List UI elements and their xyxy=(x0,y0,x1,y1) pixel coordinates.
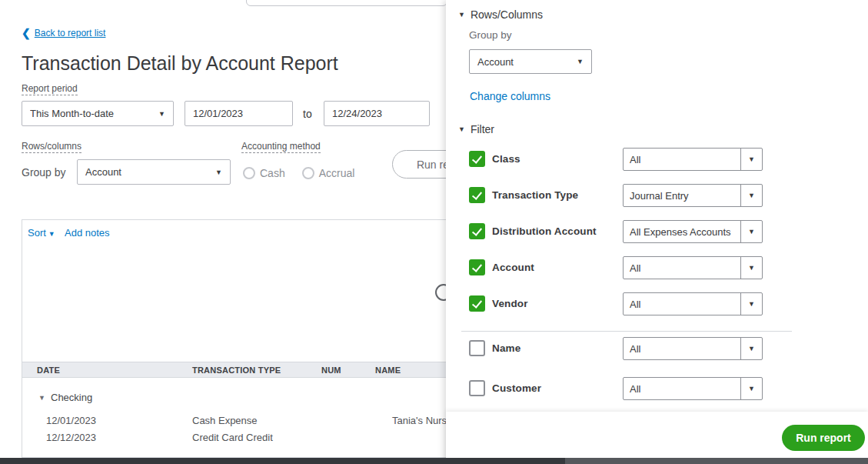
date-from-field[interactable]: 12/01/2023 xyxy=(185,101,293,126)
filter-row: Transaction Type Journal Entry ▼ xyxy=(446,184,868,207)
caret-down-icon[interactable]: ▼ xyxy=(740,185,762,206)
filter-checkbox[interactable] xyxy=(469,380,485,396)
panel-group-by-dropdown[interactable]: Account ▼ xyxy=(469,49,592,74)
sort-label: Sort xyxy=(28,227,46,239)
filter-row: Name All ▼ xyxy=(446,337,868,360)
filter-label: Vendor xyxy=(492,298,528,309)
caret-down-icon[interactable]: ▼ xyxy=(740,257,762,279)
filter-checkbox[interactable] xyxy=(469,151,485,167)
customize-report-panel: ▼ Rows/Columns Group by Account ▼ Change… xyxy=(446,0,868,464)
filter-checkbox[interactable] xyxy=(469,187,485,203)
caret-down-icon[interactable]: ▼ xyxy=(740,221,762,242)
caret-down-icon: ▼ xyxy=(215,169,222,176)
caret-down-icon: ▼ xyxy=(577,58,584,65)
group-by-label: Group by xyxy=(22,166,66,179)
filter-label: Transaction Type xyxy=(492,189,578,201)
filter-value-dropdown[interactable]: All ▼ xyxy=(623,148,763,171)
filter-label: Name xyxy=(492,342,520,354)
section-caret-icon: ▼ xyxy=(458,125,465,133)
column-header-transaction-type[interactable]: TRANSACTION TYPE xyxy=(192,366,281,375)
filter-checkbox[interactable] xyxy=(469,340,485,356)
filter-label: Class xyxy=(492,153,520,165)
filter-section-label: Filter xyxy=(471,123,494,135)
filter-value-dropdown[interactable]: All ▼ xyxy=(623,337,763,360)
filter-value: All xyxy=(624,378,740,399)
back-to-report-list-link[interactable]: ❮ Back to report list xyxy=(22,28,105,38)
collapse-caret-icon: ▼ xyxy=(38,394,45,402)
rows-columns-label: Rows/columns xyxy=(22,141,81,153)
caret-down-icon[interactable]: ▼ xyxy=(740,149,762,170)
cell-date: 12/01/2023 xyxy=(46,415,96,426)
filter-value: All xyxy=(624,149,740,170)
filter-checkbox[interactable] xyxy=(469,223,485,239)
filter-divider xyxy=(461,331,792,332)
rows-columns-section-label: Rows/Columns xyxy=(471,8,543,21)
filter-value: All xyxy=(624,257,740,279)
filter-row: Class All ▼ xyxy=(446,148,868,171)
accrual-label: Accrual xyxy=(319,167,355,179)
app-root: ❮ Back to report list Transaction Detail… xyxy=(0,0,868,464)
page-title: Transaction Detail by Account Report xyxy=(22,52,338,75)
back-chevron-icon: ❮ xyxy=(22,28,31,38)
cash-label: Cash xyxy=(260,167,285,179)
column-header-date[interactable]: DATE xyxy=(37,366,60,375)
filter-checkbox[interactable] xyxy=(469,259,485,275)
filter-value: All xyxy=(624,338,740,359)
accounting-method-label: Accounting method xyxy=(241,141,321,153)
to-label: to xyxy=(303,108,312,120)
horizontal-scrollbar[interactable] xyxy=(0,458,868,464)
back-link-label: Back to report list xyxy=(35,28,106,38)
filter-value-dropdown[interactable]: All ▼ xyxy=(623,377,763,400)
caret-down-icon[interactable]: ▼ xyxy=(740,293,762,315)
accounting-method-radios: Cash Accrual xyxy=(243,167,354,179)
radio-icon xyxy=(243,167,255,179)
filter-row: Distribution Account All Expenses Accoun… xyxy=(446,220,868,243)
filter-label: Distribution Account xyxy=(492,225,597,237)
cash-radio-option[interactable]: Cash xyxy=(243,167,285,179)
filter-row: Customer All ▼ xyxy=(446,377,868,400)
top-search-bar[interactable] xyxy=(246,0,447,6)
horizontal-scrollbar-thumb[interactable] xyxy=(0,458,565,464)
filter-row: Account All ▼ xyxy=(446,256,868,279)
filter-checkbox[interactable] xyxy=(469,295,485,312)
filter-value-dropdown[interactable]: All ▼ xyxy=(623,256,763,279)
radio-icon xyxy=(302,167,314,179)
cell-date: 12/12/2023 xyxy=(46,432,96,443)
filter-value: All Expenses Accounts xyxy=(624,221,740,242)
filter-value-dropdown[interactable]: Journal Entry ▼ xyxy=(623,184,763,207)
report-period-value: This Month-to-date xyxy=(30,108,154,119)
account-group-label: Checking xyxy=(51,392,92,403)
filter-value: All xyxy=(624,293,740,315)
accrual-radio-option[interactable]: Accrual xyxy=(302,167,355,179)
group-by-value: Account xyxy=(85,166,211,178)
sort-menu[interactable]: Sort▼ xyxy=(28,227,55,239)
caret-down-icon: ▼ xyxy=(48,230,55,238)
panel-group-by-label: Group by xyxy=(469,29,512,41)
change-columns-link[interactable]: Change columns xyxy=(470,90,550,102)
filter-label: Customer xyxy=(492,382,541,394)
caret-down-icon: ▼ xyxy=(158,110,165,118)
column-header-name[interactable]: NAME xyxy=(375,366,401,375)
panel-footer: Run report xyxy=(446,412,868,464)
filter-row: Vendor All ▼ xyxy=(446,292,868,315)
section-caret-icon: ▼ xyxy=(458,11,465,18)
filter-value-dropdown[interactable]: All ▼ xyxy=(623,292,763,315)
filter-section-toggle[interactable]: ▼ Filter xyxy=(458,123,494,135)
filter-label: Account xyxy=(492,262,534,273)
cell-type: Cash Expense xyxy=(192,415,258,426)
add-notes-link[interactable]: Add notes xyxy=(65,227,110,239)
cell-type: Credit Card Credit xyxy=(192,432,273,443)
caret-down-icon[interactable]: ▼ xyxy=(740,378,762,399)
filter-value-dropdown[interactable]: All Expenses Accounts ▼ xyxy=(623,220,763,243)
report-period-dropdown[interactable]: This Month-to-date ▼ xyxy=(22,101,174,126)
date-to-field[interactable]: 12/24/2023 xyxy=(324,101,430,126)
panel-group-by-value: Account xyxy=(477,56,572,68)
filter-value: Journal Entry xyxy=(624,185,740,206)
run-report-button[interactable]: Run report xyxy=(782,425,865,451)
group-by-dropdown[interactable]: Account ▼ xyxy=(77,159,231,185)
caret-down-icon[interactable]: ▼ xyxy=(740,338,762,359)
report-period-label: Report period xyxy=(22,83,78,95)
column-header-num[interactable]: NUM xyxy=(321,366,341,375)
rows-columns-section-toggle[interactable]: ▼ Rows/Columns xyxy=(458,8,543,21)
